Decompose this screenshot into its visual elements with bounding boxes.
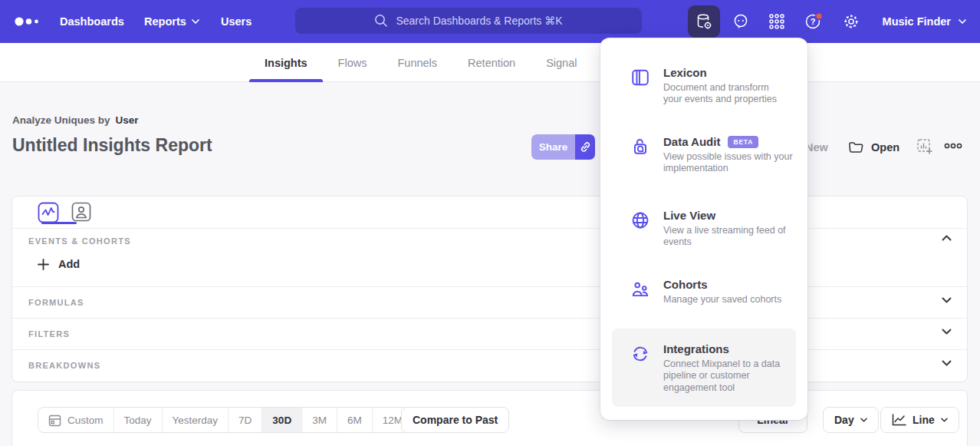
- page-title[interactable]: Untitled Insights Report: [12, 135, 212, 156]
- analyze-by-row[interactable]: Analyze Uniques byUser: [12, 114, 139, 126]
- chart-type-dropdown[interactable]: Line: [880, 407, 959, 433]
- data-audit-icon: [630, 137, 650, 157]
- range-today[interactable]: Today: [113, 408, 162, 432]
- builder-view-tabs: [12, 197, 967, 229]
- menu-item-text: Integrations Connect Mixpanel to a data …: [663, 342, 780, 394]
- tab-flows-label: Flows: [338, 57, 367, 69]
- help-button[interactable]: ?: [798, 5, 830, 38]
- range-3m[interactable]: 3M: [301, 408, 337, 432]
- range-custom[interactable]: Custom: [38, 408, 113, 432]
- menu-item-text: Data Audit BETA View possible issues wit…: [663, 135, 793, 175]
- search-placeholder: Search Dashboards & Reports ⌘K: [396, 15, 562, 27]
- cohorts-description: Manage your saved cohorts: [663, 294, 781, 306]
- chevron-down-icon: [192, 19, 199, 24]
- range-12m-label: 12M: [383, 415, 403, 426]
- collapse-events-button[interactable]: [942, 235, 952, 241]
- add-event-label: Add: [58, 258, 80, 270]
- search-icon: [374, 14, 388, 28]
- section-formulas-label: FORMULAS: [28, 298, 84, 307]
- feedback-button[interactable]: [725, 5, 757, 38]
- tab-flows[interactable]: Flows: [323, 43, 383, 82]
- range-6m-label: 6M: [347, 415, 362, 426]
- data-management-dropdown: Lexicon Document and transform your even…: [600, 38, 807, 420]
- lexicon-description: Document and transform your events and p…: [663, 82, 777, 106]
- add-to-dashboard-button[interactable]: [917, 139, 933, 155]
- globe-icon: [630, 210, 650, 230]
- chart-add-icon: [917, 139, 933, 155]
- database-gear-icon: [696, 13, 713, 31]
- interval-dropdown[interactable]: Day: [823, 407, 879, 433]
- data-audit-description: View possible issues with your implement…: [663, 151, 793, 175]
- feedback-bubble-icon: [732, 13, 749, 30]
- nav-dashboards-label: Dashboards: [60, 15, 124, 28]
- settings-button[interactable]: [835, 5, 867, 38]
- data-management-button[interactable]: [688, 5, 720, 38]
- menu-item-title: Live View: [663, 209, 786, 222]
- range-30d-label: 30D: [272, 415, 291, 426]
- range-7d[interactable]: 7D: [228, 408, 261, 432]
- plus-icon: [38, 259, 49, 270]
- menu-item-lexicon[interactable]: Lexicon Document and transform your even…: [630, 66, 795, 106]
- more-actions-button[interactable]: [944, 143, 962, 149]
- menu-item-title: Lexicon: [663, 66, 777, 79]
- nav-reports[interactable]: Reports: [144, 0, 199, 43]
- chevron-down-icon: [959, 19, 966, 24]
- expand-filters-button[interactable]: [942, 329, 952, 335]
- expand-breakdowns-button[interactable]: [942, 360, 952, 366]
- range-yesterday[interactable]: Yesterday: [162, 408, 229, 432]
- report-tabs: Insights Flows Funnels Retention Signal …: [249, 43, 656, 82]
- new-report-button[interactable]: New: [805, 134, 828, 160]
- profiles-view-tab[interactable]: [71, 202, 93, 223]
- open-report-button[interactable]: Open: [848, 134, 899, 160]
- range-yesterday-label: Yesterday: [173, 415, 219, 426]
- compare-to-past-button[interactable]: Compare to Past: [401, 407, 509, 433]
- section-filters-label: FILTERS: [28, 329, 70, 339]
- apps-menu-button[interactable]: [761, 5, 793, 38]
- integrations-description: Connect Mixpanel to a data pipeline or c…: [663, 358, 780, 394]
- project-switcher[interactable]: Music Finder: [883, 0, 966, 43]
- data-audit-title: Data Audit: [663, 135, 720, 148]
- copy-link-button[interactable]: [575, 134, 595, 160]
- range-30d[interactable]: 30D: [261, 408, 301, 432]
- link-icon: [579, 140, 592, 154]
- line-chart-icon: [892, 414, 906, 426]
- search-input[interactable]: Search Dashboards & Reports ⌘K: [295, 8, 642, 34]
- section-events-cohorts-label: EVENTS & COHORTS: [28, 236, 131, 246]
- menu-item-integrations[interactable]: Integrations Connect Mixpanel to a data …: [630, 342, 795, 394]
- query-builder-panel: EVENTS & COHORTS Add FORMULAS FILTERS BR…: [12, 196, 968, 382]
- range-7d-label: 7D: [238, 415, 252, 426]
- cohorts-icon: [630, 279, 650, 299]
- tab-retention-label: Retention: [468, 57, 515, 69]
- nav-reports-label: Reports: [144, 15, 186, 28]
- tab-funnels[interactable]: Funnels: [382, 43, 452, 82]
- add-event-button[interactable]: Add: [38, 258, 80, 270]
- nav-dashboards[interactable]: Dashboards: [60, 0, 124, 43]
- chevron-down-icon: [942, 360, 952, 366]
- svg-text:?: ?: [811, 17, 816, 26]
- tab-insights[interactable]: Insights: [249, 43, 323, 82]
- integrations-title: Integrations: [663, 342, 729, 355]
- nav-users[interactable]: Users: [221, 0, 252, 43]
- menu-item-cohorts[interactable]: Cohorts Manage your saved cohorts: [630, 278, 795, 306]
- help-icon: ?: [804, 12, 824, 31]
- range-6m[interactable]: 6M: [337, 408, 372, 432]
- events-view-tab[interactable]: [38, 202, 59, 223]
- menu-item-text: Cohorts Manage your saved cohorts: [663, 278, 781, 306]
- tab-signal-label: Signal: [546, 57, 577, 69]
- tab-retention[interactable]: Retention: [452, 43, 531, 82]
- menu-item-data-audit[interactable]: Data Audit BETA View possible issues wit…: [630, 135, 795, 175]
- divider: [12, 318, 967, 319]
- cohorts-title: Cohorts: [663, 278, 708, 291]
- share-button[interactable]: Share: [531, 134, 575, 160]
- menu-item-live-view[interactable]: Live View View a live streaming feed of …: [630, 209, 795, 249]
- section-breakdowns-label: BREAKDOWNS: [28, 361, 100, 370]
- tab-signal[interactable]: Signal: [531, 43, 592, 82]
- expand-formulas-button[interactable]: [942, 297, 952, 303]
- tab-insights-label: Insights: [265, 57, 307, 69]
- analyze-value[interactable]: User: [116, 114, 139, 126]
- activity-chart-icon: [38, 202, 59, 223]
- mixpanel-logo[interactable]: [14, 16, 41, 27]
- interval-label: Day: [834, 414, 854, 426]
- analyze-label: Analyze Uniques by: [12, 114, 110, 126]
- menu-item-title: Data Audit BETA: [663, 135, 793, 148]
